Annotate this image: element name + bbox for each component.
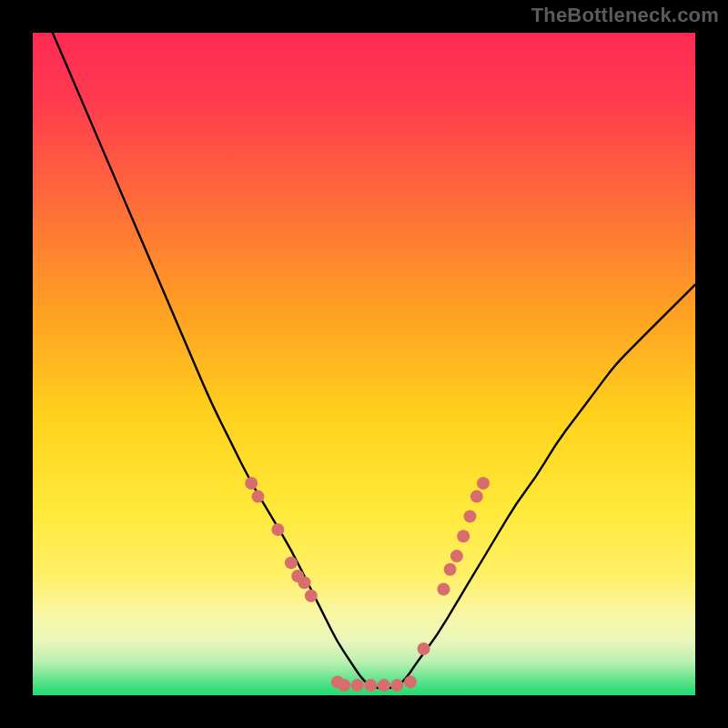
marker-point [338, 679, 350, 692]
marker-point [437, 583, 450, 596]
marker-point [378, 679, 390, 692]
marker-point [444, 563, 457, 576]
chart-frame: TheBottleneck.com [0, 0, 728, 728]
attribution-text: TheBottleneck.com [531, 4, 719, 27]
marker-point [364, 679, 377, 692]
marker-point [464, 510, 477, 522]
bottleneck-chart [33, 33, 695, 695]
marker-point [470, 490, 483, 503]
marker-point [351, 679, 364, 692]
marker-point [271, 523, 284, 536]
marker-point [305, 590, 318, 602]
marker-point [404, 675, 417, 688]
gradient-background [33, 33, 695, 695]
marker-point [245, 477, 258, 490]
marker-point [298, 576, 311, 589]
marker-point [457, 530, 470, 542]
marker-point [450, 550, 463, 562]
marker-point [477, 477, 490, 490]
marker-point [285, 556, 298, 569]
marker-point [390, 679, 403, 692]
marker-point [418, 642, 430, 655]
marker-point [252, 490, 265, 503]
